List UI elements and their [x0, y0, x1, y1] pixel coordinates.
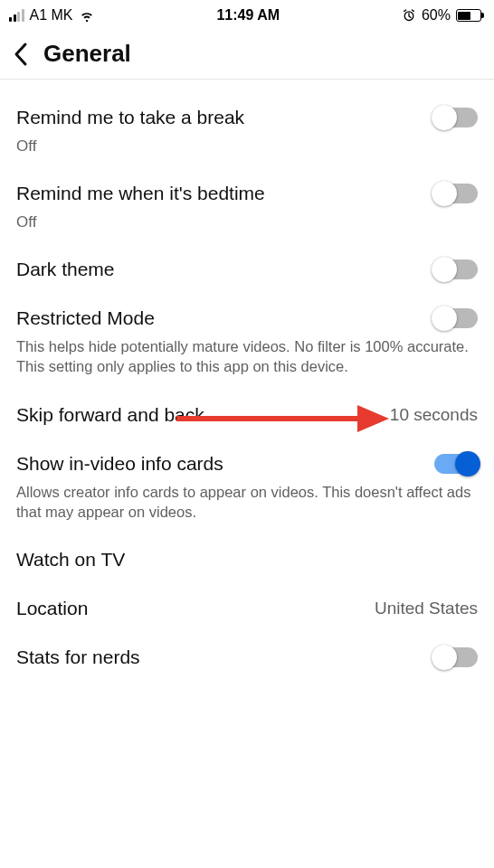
signal-icon — [9, 9, 24, 22]
alarm-icon — [402, 8, 416, 23]
stats-for-nerds-toggle[interactable] — [434, 647, 478, 667]
battery-icon — [456, 9, 481, 22]
setting-restricted-mode[interactable]: Restricted Mode This helps hide potentia… — [16, 280, 478, 377]
status-bar: A1 MK 11:49 AM 60% — [0, 0, 494, 27]
setting-skip-value: 10 seconds — [390, 405, 478, 425]
header: General — [0, 27, 494, 80]
status-time: 11:49 AM — [216, 7, 280, 24]
bedtime-toggle[interactable] — [434, 184, 478, 203]
infocards-toggle[interactable] — [434, 454, 478, 474]
setting-restricted-title: Restricted Mode — [16, 307, 155, 329]
setting-bedtime[interactable]: Remind me when it's bedtime Off — [16, 156, 478, 231]
setting-watchtv-title: Watch on TV — [16, 549, 125, 571]
setting-infocards-title: Show in-video info cards — [16, 453, 223, 475]
setting-infocards-desc: Allows creator info cards to appear on v… — [16, 475, 478, 523]
wifi-icon — [79, 7, 95, 24]
status-right: 60% — [402, 7, 481, 24]
settings-list: Remind me to take a break Off Remind me … — [0, 80, 494, 668]
setting-location[interactable]: Location United States — [16, 571, 478, 619]
setting-restricted-desc: This helps hide potentially mature video… — [16, 329, 478, 377]
page-title: General — [43, 40, 131, 68]
break-toggle[interactable] — [434, 108, 478, 127]
status-left: A1 MK — [9, 7, 95, 24]
setting-bedtime-status: Off — [16, 204, 478, 231]
setting-dark-theme[interactable]: Dark theme — [16, 231, 478, 280]
setting-statsnerds-title: Stats for nerds — [16, 646, 140, 668]
battery-percent: 60% — [422, 7, 451, 24]
setting-break-status: Off — [16, 128, 478, 156]
setting-break[interactable]: Remind me to take a break Off — [16, 80, 478, 156]
setting-location-title: Location — [16, 598, 88, 619]
setting-stats-for-nerds[interactable]: Stats for nerds — [16, 619, 478, 668]
setting-break-title: Remind me to take a break — [16, 107, 244, 128]
setting-skip[interactable]: Skip forward and back 10 seconds — [16, 377, 478, 426]
setting-watch-on-tv[interactable]: Watch on TV — [16, 522, 478, 571]
setting-skip-title: Skip forward and back — [16, 404, 204, 426]
setting-location-value: United States — [375, 599, 478, 618]
back-icon[interactable] — [13, 42, 29, 67]
setting-bedtime-title: Remind me when it's bedtime — [16, 183, 265, 204]
dark-theme-toggle[interactable] — [434, 259, 478, 279]
setting-dark-title: Dark theme — [16, 259, 115, 280]
carrier-label: A1 MK — [30, 7, 73, 24]
restricted-mode-toggle[interactable] — [434, 308, 478, 328]
setting-infocards[interactable]: Show in-video info cards Allows creator … — [16, 426, 478, 523]
